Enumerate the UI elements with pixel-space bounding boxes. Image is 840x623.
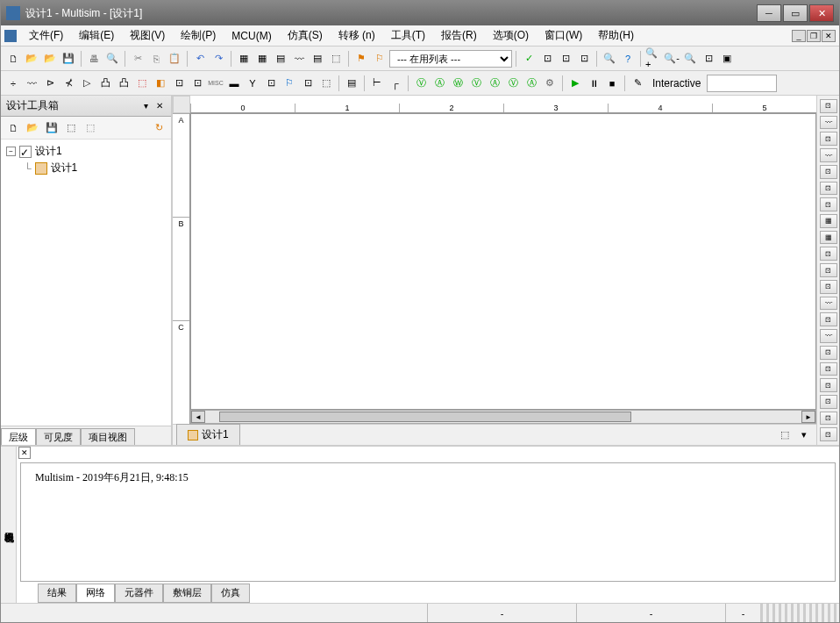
database-icon[interactable]: ▤	[309, 50, 326, 68]
check-button[interactable]: ✓	[520, 50, 537, 68]
current-probe-icon[interactable]: ⊡	[820, 427, 837, 441]
menu-reports[interactable]: 报告(R)	[434, 26, 484, 45]
menu-tools[interactable]: 工具(T)	[384, 26, 432, 45]
horizontal-scrollbar[interactable]: ◄ ►	[190, 410, 816, 424]
menu-transfer[interactable]: 转移 (n)	[331, 26, 382, 45]
analysis-icon[interactable]: 〰	[290, 50, 308, 68]
menu-file[interactable]: 文件(F)	[22, 26, 70, 45]
electromech-icon[interactable]: ⊡	[262, 75, 280, 92]
fullscreen-icon[interactable]: ▣	[718, 50, 736, 68]
multimeter-icon[interactable]: ⊡	[820, 99, 837, 113]
open-button[interactable]: 📂	[23, 50, 40, 68]
pause-button[interactable]: ⏸	[585, 75, 602, 92]
circ5-icon[interactable]: Ⓐ	[486, 75, 503, 92]
component-icon[interactable]: ⬚	[327, 50, 345, 68]
zoom-fit-icon[interactable]: ⊡	[700, 50, 717, 68]
misc-icon[interactable]: MISC	[207, 75, 224, 92]
advanced-icon[interactable]: ▬	[225, 75, 243, 92]
save-button[interactable]: 💾	[60, 50, 77, 68]
rf-icon[interactable]: Y	[244, 75, 261, 92]
diode-icon[interactable]: ⊳	[41, 75, 59, 92]
circ7-icon[interactable]: Ⓐ	[523, 75, 540, 92]
tree-root[interactable]: − ✓ 设计1	[4, 143, 167, 160]
mcu-icon[interactable]: ⬚	[317, 75, 335, 92]
cut-button[interactable]: ✂	[129, 50, 146, 68]
output-side-label[interactable]: 电子表格视图	[1, 447, 17, 603]
agilent-mm-icon[interactable]: ⊡	[820, 346, 837, 360]
power-icon[interactable]: ⊡	[189, 75, 206, 92]
menu-draw[interactable]: 绘制(P)	[174, 26, 223, 45]
circ6-icon[interactable]: Ⓥ	[504, 75, 522, 92]
logic-converter-icon[interactable]: ⊡	[820, 247, 837, 261]
redo-button[interactable]: ↷	[210, 50, 227, 68]
labview-icon[interactable]: ⊡	[820, 395, 837, 409]
indicator-icon[interactable]: ⊡	[170, 75, 188, 92]
mdi-close[interactable]: ✕	[822, 30, 836, 42]
help-icon[interactable]: ?	[619, 50, 637, 68]
circ2-icon[interactable]: Ⓐ	[431, 75, 448, 92]
tree-collapse-icon[interactable]: −	[6, 147, 16, 156]
spectrum-icon[interactable]: 〰	[820, 297, 837, 311]
circ3-icon[interactable]: Ⓦ	[449, 75, 466, 92]
panel-close-icon[interactable]: ✕	[153, 100, 166, 112]
menu-window[interactable]: 窗口(W)	[537, 26, 589, 45]
output-tab-results[interactable]: 结果	[38, 584, 76, 603]
function-gen-icon[interactable]: 〰	[820, 116, 837, 130]
distortion-icon[interactable]: ⊡	[820, 280, 837, 294]
scroll-left-arrow[interactable]: ◄	[191, 411, 205, 423]
output-close-icon[interactable]: ✕	[18, 447, 31, 459]
agilent-scope-icon[interactable]: ⊡	[820, 362, 837, 376]
transistor-icon[interactable]: ⊀	[60, 75, 77, 92]
zoom-area-icon[interactable]: 🔍	[681, 50, 699, 68]
iv-analyzer-icon[interactable]: ⊡	[820, 263, 837, 277]
panel-tab-visibility[interactable]: 可见度	[36, 428, 81, 445]
partlist-icon[interactable]: ▤	[272, 50, 289, 68]
print-preview-button[interactable]: 🔍	[103, 50, 121, 68]
ttl-icon[interactable]: 凸	[96, 75, 114, 92]
ni-icon[interactable]: ⚐	[281, 75, 298, 92]
panel-save-icon[interactable]: 💾	[43, 119, 61, 137]
tree-child[interactable]: └ 设计1	[4, 160, 167, 176]
circ4-icon[interactable]: Ⓥ	[467, 75, 485, 92]
logic-analyzer-icon[interactable]: ▦	[820, 231, 837, 245]
close-button[interactable]: ✕	[809, 4, 834, 22]
menu-mcu[interactable]: MCU(M)	[224, 28, 278, 44]
probe-icon[interactable]: ✎	[629, 75, 646, 92]
tab-tools-icon[interactable]: ⬚	[776, 426, 794, 444]
interactive-field[interactable]	[707, 75, 777, 92]
stop-button[interactable]: ■	[603, 75, 621, 92]
minimize-button[interactable]: ─	[757, 4, 781, 22]
circ1-icon[interactable]: Ⓥ	[412, 75, 430, 92]
bus-icon[interactable]: ⊢	[368, 75, 386, 92]
mdi-restore[interactable]: ❐	[807, 30, 821, 42]
new-button[interactable]: 🗋	[4, 50, 22, 68]
basic-icon[interactable]: 〰	[23, 75, 40, 92]
panel-pin-icon[interactable]: ▾	[139, 100, 152, 112]
tab-dropdown-icon[interactable]: ▾	[795, 426, 813, 444]
cmos-icon[interactable]: 凸	[115, 75, 132, 92]
panel-tab-project[interactable]: 项目视图	[81, 428, 135, 445]
flag-icon[interactable]: ⚑	[352, 50, 370, 68]
output-tab-simulation[interactable]: 仿真	[211, 584, 250, 603]
oscilloscope-icon[interactable]: 〰	[820, 148, 837, 162]
scroll-right-arrow[interactable]: ►	[801, 411, 815, 423]
source-icon[interactable]: ÷	[4, 75, 22, 92]
output-tab-nets[interactable]: 网络	[76, 584, 115, 603]
paste-button[interactable]: 📋	[166, 50, 183, 68]
four-ch-scope-icon[interactable]: ⊡	[820, 165, 837, 179]
panel-refresh-icon[interactable]: ↻	[150, 119, 167, 137]
zoom-in-icon[interactable]: 🔍+	[644, 50, 662, 68]
panel-delete-icon[interactable]: ⬚	[82, 119, 99, 137]
menu-simulate[interactable]: 仿真(S)	[281, 26, 330, 45]
wattmeter-icon[interactable]: ⊡	[820, 132, 837, 146]
menu-edit[interactable]: 编辑(E)	[72, 26, 121, 45]
panel-tab-hierarchy[interactable]: 层级	[1, 428, 36, 445]
mdi-minimize[interactable]: _	[792, 30, 806, 42]
document-tab[interactable]: 设计1	[176, 424, 240, 446]
export-icon[interactable]: ⊡	[575, 50, 593, 68]
agilent-fg-icon[interactable]: 〰	[820, 329, 837, 343]
menu-help[interactable]: 帮助(H)	[591, 26, 641, 45]
menu-view[interactable]: 视图(V)	[123, 26, 172, 45]
settings-icon[interactable]: ⚙	[541, 75, 559, 92]
menu-options[interactable]: 选项(O)	[486, 26, 536, 45]
